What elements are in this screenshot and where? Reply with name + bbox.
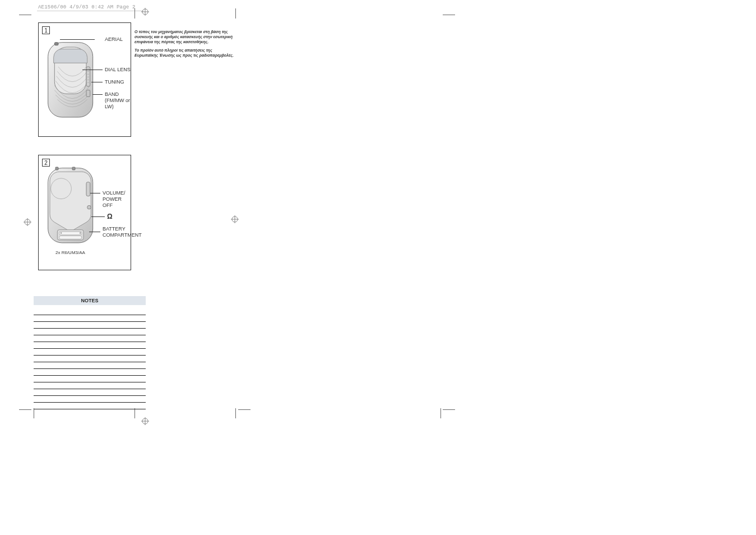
crop-mark <box>19 15 31 15</box>
svg-rect-25 <box>72 167 75 170</box>
callout-aerial: AERIAL <box>105 36 123 43</box>
radio-front-illustration <box>44 33 100 128</box>
radio-back-illustration <box>44 164 100 248</box>
label-text: POWER OFF <box>103 196 122 208</box>
label-text: DIAL LENS <box>105 67 131 72</box>
label-text: COMPARTMENT <box>103 232 142 238</box>
callout-headphone: Ω <box>107 214 113 220</box>
figure-panel-1: 1 <box>38 22 131 137</box>
crop-mark <box>440 408 441 418</box>
callout-battery: BATTERY COMPARTMENT <box>103 226 142 238</box>
svg-point-32 <box>61 232 62 234</box>
svg-rect-24 <box>55 167 58 170</box>
registration-mark-icon <box>24 218 31 226</box>
crop-mark <box>134 8 135 19</box>
registration-mark-icon <box>141 417 149 425</box>
crop-mark <box>238 409 251 410</box>
crop-mark <box>235 408 236 418</box>
svg-rect-27 <box>86 182 90 196</box>
callout-tuning: TUNING <box>105 79 124 85</box>
registration-mark-icon <box>231 215 239 223</box>
callout-volume: VOLUME/ POWER OFF <box>103 190 131 209</box>
svg-rect-33 <box>80 232 81 234</box>
svg-rect-30 <box>59 232 82 235</box>
svg-point-28 <box>87 205 91 209</box>
label-text: TUNING <box>105 79 124 85</box>
label-text: VOLUME/ <box>103 190 126 196</box>
battery-spec-text: 2x R6/UM3/AA <box>55 250 85 256</box>
crop-mark <box>19 409 31 410</box>
label-text: BATTERY <box>103 226 126 232</box>
crop-mark <box>235 8 236 19</box>
figure-panel-2: 2 VOLUME/ POWER OFF Ω BATTERY <box>38 155 131 270</box>
headphone-icon: Ω <box>107 213 113 220</box>
label-text: (FM/MW or LW) <box>105 98 130 109</box>
compliance-text-block: Ο τύπος του μηχανήματος βρίσκεται στη βά… <box>134 29 236 58</box>
compliance-para-1: Ο τύπος του μηχανήματος βρίσκεται στη βά… <box>134 29 236 44</box>
compliance-para-2: Το προϊόν αυτό πληροί τις απαιτήσεις της… <box>134 48 236 58</box>
callout-dial-lens: DIAL LENS <box>105 67 131 73</box>
svg-rect-22 <box>86 90 90 97</box>
label-text: AERIAL <box>105 36 123 42</box>
crop-mark <box>443 409 455 410</box>
page-id-header: AE1506/00 4/9/03 0:42 AM Page 2 <box>37 3 143 11</box>
notes-rule-lines <box>34 308 146 409</box>
crop-mark <box>443 15 455 15</box>
notes-heading: NOTES <box>34 296 146 305</box>
registration-mark-icon <box>141 8 149 16</box>
callout-band: BAND (FM/MW or LW) <box>105 91 131 110</box>
label-text: BAND <box>105 91 119 97</box>
notes-section: NOTES <box>34 296 146 409</box>
svg-rect-13 <box>54 43 58 45</box>
svg-rect-31 <box>59 236 82 239</box>
crop-mark <box>34 408 34 418</box>
crop-mark <box>134 408 135 418</box>
